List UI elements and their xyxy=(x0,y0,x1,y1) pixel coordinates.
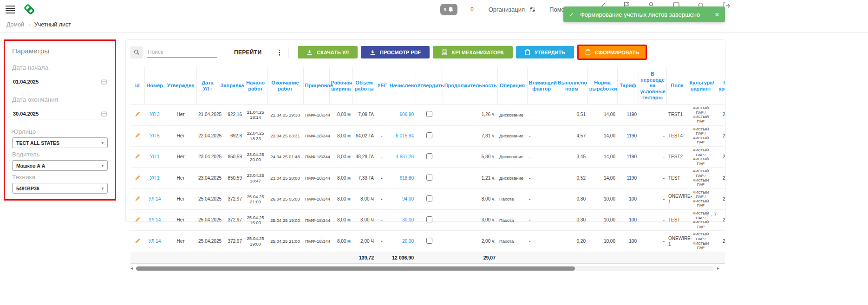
legal-entity-select[interactable]: ТЕСТ ALL STATES ▾ xyxy=(12,137,108,148)
app-logo-icon[interactable] xyxy=(22,2,36,16)
column-header-faktor[interactable]: Влияющий фактор xyxy=(527,67,556,104)
cell-utverzhden: Нет xyxy=(165,188,196,209)
column-header-pricepnoe[interactable]: Прицепное xyxy=(303,67,329,104)
notifications-bell-icon[interactable]: 0 xyxy=(440,4,457,15)
accrual-link[interactable]: 30,00 xyxy=(402,217,414,222)
accrual-link[interactable]: 606,90 xyxy=(399,112,414,117)
calendar-icon[interactable] xyxy=(101,111,107,117)
edit-row-button[interactable] xyxy=(131,188,144,209)
column-header-utverzhden[interactable]: Утвержден xyxy=(165,67,196,104)
column-header-kultura[interactable]: Культура/ вариант xyxy=(688,67,714,104)
sheet-number-link[interactable]: УЛ 1 xyxy=(150,154,160,159)
column-header-perevod[interactable]: В переводе на условные гектары xyxy=(639,67,666,104)
calendar-icon[interactable] xyxy=(101,79,107,84)
go-button[interactable]: ПЕРЕЙТИ xyxy=(231,49,264,56)
column-header-nachalo[interactable]: Начало работ xyxy=(244,67,267,104)
approve-checkbox[interactable] xyxy=(426,153,432,159)
sheet-number-link[interactable]: УЛ 3 xyxy=(150,112,160,117)
column-header-tarif[interactable]: Тариф xyxy=(617,67,639,104)
scrollbar-track[interactable] xyxy=(136,266,714,271)
cell-nachalo: 22.04.25 18:33 xyxy=(244,125,267,146)
edit-row-button[interactable] xyxy=(131,210,144,231)
cell-pole: ONEWIRE-1 xyxy=(666,188,688,209)
approve-checkbox[interactable] xyxy=(426,175,432,181)
column-header-nachisleno[interactable]: Начислено xyxy=(388,67,416,104)
hamburger-menu-icon[interactable] xyxy=(6,6,15,13)
accrual-link[interactable]: 618,80 xyxy=(399,175,414,181)
more-menu-icon[interactable]: ⋮ xyxy=(270,47,289,58)
column-header-operaciya[interactable]: Операция xyxy=(497,67,527,104)
pencil-icon xyxy=(135,175,140,180)
edit-row-button[interactable] xyxy=(131,168,144,188)
cell-norma: 10,00 xyxy=(587,188,617,209)
column-header-ueg[interactable]: УЕГ xyxy=(376,67,388,104)
cell-god: 2026 xyxy=(714,125,725,146)
cell-perevod: - xyxy=(639,188,666,209)
end-date-input[interactable]: 30.04.2025 xyxy=(12,107,108,119)
table-scroll-area[interactable]: idНомерУтвержденДата УЛ↑ЗаправкаНачало р… xyxy=(131,67,725,264)
pencil-icon xyxy=(135,154,140,159)
approve-checkbox[interactable] xyxy=(426,195,432,201)
cell-faktor: - xyxy=(527,168,556,188)
accrual-link[interactable]: 6 015,94 xyxy=(396,133,414,138)
sheet-number-link[interactable]: УЛ 14 xyxy=(149,196,161,201)
kpi-mechanizator-button[interactable]: KPI МЕХАНИЗАТОРА xyxy=(433,46,513,58)
sheet-number-link[interactable]: УЛ 14 xyxy=(149,217,161,222)
cell-pricepnoe: ПМФ-18\344 xyxy=(303,231,329,252)
column-header-nomer[interactable]: Номер xyxy=(144,67,165,104)
accrual-link[interactable]: 4 651,26 xyxy=(396,154,414,159)
accrual-link[interactable]: 20,00 xyxy=(402,239,414,244)
toast-close-icon[interactable]: × xyxy=(715,11,719,19)
scroll-left-icon[interactable]: ◄ xyxy=(129,266,135,271)
summary-cell-ueg xyxy=(376,252,388,263)
driver-select[interactable]: Машков А А ▾ xyxy=(12,160,108,171)
download-ul-button[interactable]: СКАЧАТЬ УЛ xyxy=(298,46,358,58)
column-header-id[interactable]: id xyxy=(131,67,144,104)
edit-row-button[interactable] xyxy=(131,125,144,146)
search-input[interactable] xyxy=(147,47,217,58)
accrual-link[interactable]: 94,00 xyxy=(402,196,414,201)
cell-nachalo: 23.04.25 20:00 xyxy=(244,146,267,167)
column-header-okonchanie[interactable]: Окончание работ xyxy=(267,67,303,104)
cell-operaciya: Дискование xyxy=(497,104,527,125)
view-pdf-button[interactable]: ПРОСМОТР PDF xyxy=(361,46,430,58)
column-header-god[interactable]: Год урожая xyxy=(714,67,725,104)
organization-menu[interactable]: Организация xyxy=(489,6,536,13)
column-header-obem[interactable]: Объем работы xyxy=(352,67,376,104)
column-header-utverdit[interactable]: Утвердить xyxy=(416,67,443,104)
column-header-vypolneno[interactable]: Выполнено норм xyxy=(556,67,587,104)
scroll-right-icon[interactable]: ► xyxy=(715,266,721,271)
sheet-number-link[interactable]: УЛ 14 xyxy=(149,239,161,244)
edit-row-button[interactable] xyxy=(131,231,144,252)
sheet-number-link[interactable]: УЛ 5 xyxy=(150,133,160,138)
approve-button[interactable]: УТВЕРДИТЬ xyxy=(516,46,574,58)
sheet-number-link[interactable]: УЛ 1 xyxy=(150,175,160,181)
column-header-zapravka[interactable]: Заправка xyxy=(219,67,244,104)
approve-label: УТВЕРДИТЬ xyxy=(535,50,565,55)
breadcrumb-home-link[interactable]: Домой xyxy=(7,21,24,28)
column-header-norma[interactable]: Норма выработки xyxy=(587,67,617,104)
summary-cell-data_ul xyxy=(196,252,219,263)
column-header-pole[interactable]: Поле xyxy=(666,67,688,104)
column-header-shirina[interactable]: Рабочая ширина xyxy=(329,67,352,104)
edit-row-button[interactable] xyxy=(131,104,144,125)
cell-vypolneno: 0,52 xyxy=(556,168,587,188)
column-header-prodolzhitelnost[interactable]: Продолжительность xyxy=(443,67,497,104)
sort-asc-icon[interactable]: ↑ xyxy=(210,87,213,91)
vehicle-select[interactable]: 5491ВР36 ▾ xyxy=(12,183,108,194)
summary-cell-zapravka xyxy=(219,252,244,263)
approve-checkbox[interactable] xyxy=(426,238,432,244)
toast-message: Формирование учетных листов завершено xyxy=(580,11,715,18)
cell-pricepnoe: ПМФ-18\344 xyxy=(303,210,329,231)
cell-tarif: 100 xyxy=(617,188,639,209)
generate-button[interactable]: СФОРМИРОВАТЬ xyxy=(577,45,647,60)
approve-checkbox[interactable] xyxy=(426,216,432,222)
approve-checkbox[interactable] xyxy=(426,132,432,138)
approve-checkbox[interactable] xyxy=(426,111,432,117)
search-button[interactable] xyxy=(131,46,143,58)
start-date-input[interactable]: 01.04.2025 xyxy=(12,75,108,87)
scrollbar-thumb[interactable] xyxy=(136,266,575,271)
cell-zapravka: 850,59 xyxy=(219,168,244,188)
edit-row-button[interactable] xyxy=(131,146,144,167)
column-header-data_ul[interactable]: Дата УЛ↑ xyxy=(196,67,219,104)
